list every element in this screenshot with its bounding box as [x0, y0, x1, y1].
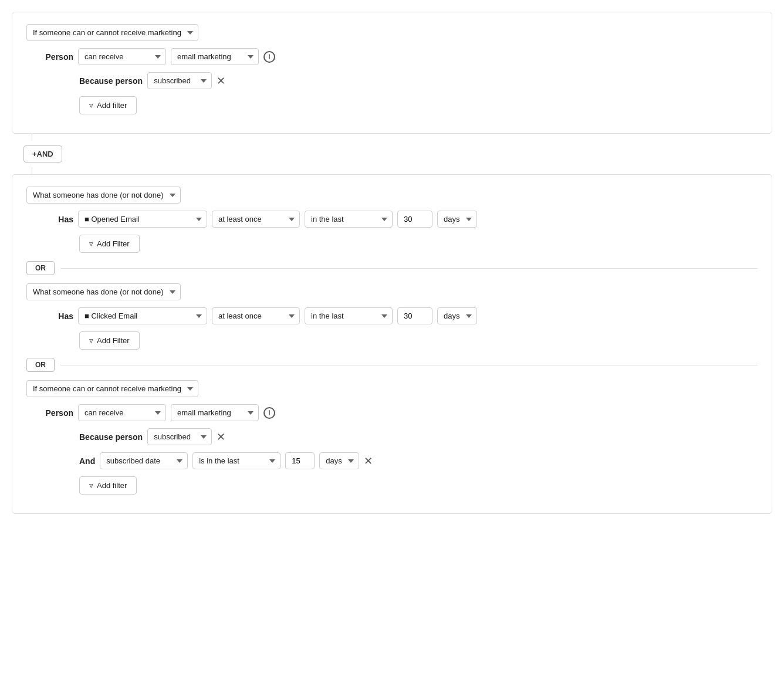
has-label-1: Has	[26, 215, 73, 224]
close-icon-1[interactable]: ✕	[217, 76, 225, 86]
section4-time-value-input[interactable]: 15	[285, 452, 315, 469]
add-filter-btn-2[interactable]: ▿ Add Filter	[79, 235, 140, 253]
or-btn-1[interactable]: OR	[26, 261, 55, 275]
section4-and-label: And	[79, 456, 95, 466]
section-2: What someone has done (or not done) Has …	[12, 174, 772, 514]
because-label: Because person	[79, 76, 143, 86]
section2-time-qualifier-select[interactable]: in the last	[305, 211, 393, 228]
section1-condition-dropdown[interactable]: If someone can or cannot receive marketi…	[26, 24, 198, 41]
funnel-icon-1: ▿	[89, 101, 93, 110]
add-filter-btn-1[interactable]: ▿ Add filter	[79, 96, 137, 114]
close-icon-2[interactable]: ✕	[217, 432, 225, 442]
section4-person-receive-select[interactable]: can receive	[78, 404, 166, 421]
person-marketing-select[interactable]: email marketing	[171, 48, 259, 65]
section4-person-label: Person	[26, 408, 73, 418]
add-filter-btn-4[interactable]: ▿ Add filter	[79, 476, 137, 495]
funnel-icon-4: ▿	[89, 481, 93, 490]
section-1: If someone can or cannot receive marketi…	[12, 12, 772, 134]
because-value-select[interactable]: subscribed	[147, 72, 212, 89]
or-separator-1: OR	[26, 261, 758, 275]
section4-time-unit-select[interactable]: days	[319, 452, 359, 469]
add-filter-btn-3[interactable]: ▿ Add Filter	[79, 331, 140, 350]
section4-subscribed-date-select[interactable]: subscribed date	[100, 452, 188, 469]
section4-condition-dropdown[interactable]: If someone can or cannot receive marketi…	[26, 380, 198, 397]
funnel-icon-2: ▿	[89, 239, 93, 248]
funnel-icon-3: ▿	[89, 336, 93, 345]
section3-time-qualifier-select[interactable]: in the last	[305, 307, 393, 324]
section2-condition-dropdown[interactable]: What someone has done (or not done)	[26, 187, 181, 204]
person-receive-select[interactable]: can receive	[78, 48, 166, 65]
section3-time-value-input[interactable]: 30	[397, 307, 432, 324]
section3-action-select[interactable]: ■ Clicked Email	[78, 307, 207, 324]
section2-frequency-select[interactable]: at least once	[212, 211, 300, 228]
section4-because-label: Because person	[79, 432, 143, 442]
section4-person-marketing-select[interactable]: email marketing	[171, 404, 259, 421]
section4-is-in-the-last-select[interactable]: is in the last	[192, 452, 281, 469]
and-btn[interactable]: +AND	[23, 145, 62, 162]
or-separator-2: OR	[26, 358, 758, 372]
info-icon[interactable]: i	[263, 51, 275, 63]
person-label: Person	[26, 52, 73, 62]
section4-because-value-select[interactable]: subscribed	[147, 428, 212, 445]
section3-time-unit-select[interactable]: days	[437, 307, 477, 324]
section3-frequency-select[interactable]: at least once	[212, 307, 300, 324]
close-icon-3[interactable]: ✕	[364, 456, 373, 466]
and-connector: +AND	[23, 145, 772, 162]
or-btn-2[interactable]: OR	[26, 358, 55, 372]
section3-condition-dropdown[interactable]: What someone has done (or not done)	[26, 283, 181, 300]
section2-time-value-input[interactable]: 30	[397, 211, 432, 228]
info-icon-2[interactable]: i	[263, 407, 275, 419]
has-label-2: Has	[26, 311, 73, 321]
section2-time-unit-select[interactable]: days	[437, 211, 477, 228]
section2-action-select[interactable]: ■ Opened Email	[78, 211, 207, 228]
